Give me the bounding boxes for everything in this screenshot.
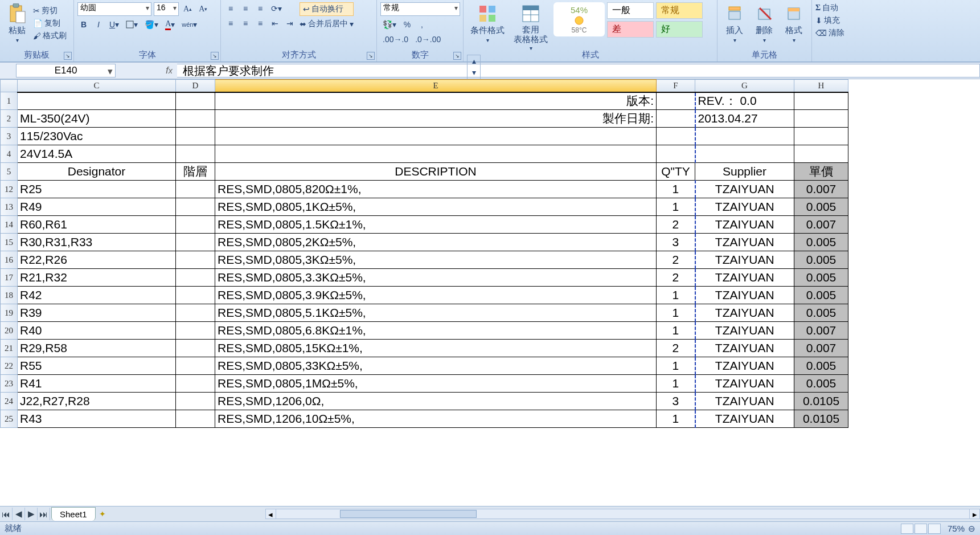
cell-E5[interactable]: DESCRIPTION bbox=[215, 163, 657, 181]
col-header-G[interactable]: G bbox=[695, 80, 794, 92]
cell-C16[interactable]: R22,R26 bbox=[18, 251, 176, 269]
cell-H15[interactable]: 0.005 bbox=[794, 234, 848, 251]
cell-C13[interactable]: R49 bbox=[18, 198, 176, 216]
style-good[interactable]: 好 bbox=[656, 21, 703, 38]
cell-H17[interactable]: 0.005 bbox=[794, 269, 848, 287]
cell-G2[interactable]: 2013.04.27 bbox=[695, 110, 794, 128]
cell-C19[interactable]: R39 bbox=[18, 304, 176, 322]
cell-G23[interactable]: TZAIYUAN bbox=[695, 375, 794, 393]
autosum-button[interactable]: Σ自动 bbox=[815, 2, 977, 14]
scroll-left-button[interactable]: ◂ bbox=[266, 509, 276, 518]
col-header-E[interactable]: E bbox=[215, 80, 657, 92]
cell-E21[interactable]: RES,SMD,0805,15KΩ±1%, bbox=[215, 340, 657, 357]
tab-nav-prev[interactable]: ◀ bbox=[13, 508, 25, 520]
style-neutral[interactable]: 常规 bbox=[656, 2, 703, 19]
row-header-13[interactable]: 13 bbox=[1, 198, 18, 216]
cell-C14[interactable]: R60,R61 bbox=[18, 216, 176, 234]
cell-C17[interactable]: R21,R32 bbox=[18, 269, 176, 287]
cell-E22[interactable]: RES,SMD,0805,33KΩ±5%, bbox=[215, 357, 657, 375]
cell-F12[interactable]: 1 bbox=[657, 181, 695, 198]
align-launcher[interactable]: ↘ bbox=[367, 52, 375, 60]
align-bottom-button[interactable]: ≡ bbox=[254, 2, 266, 15]
scroll-thumb[interactable] bbox=[340, 510, 477, 518]
cell-F3[interactable] bbox=[657, 128, 695, 145]
cell-E20[interactable]: RES,SMD,0805,6.8KΩ±1%, bbox=[215, 322, 657, 340]
cell-H1[interactable] bbox=[794, 92, 848, 110]
align-middle-button[interactable]: ≡ bbox=[239, 2, 252, 15]
cell-H16[interactable]: 0.005 bbox=[794, 251, 848, 269]
scroll-right-button[interactable]: ▸ bbox=[969, 509, 979, 518]
cell-F21[interactable]: 2 bbox=[657, 340, 695, 357]
cell-D16[interactable] bbox=[176, 251, 215, 269]
style-bad[interactable]: 差 bbox=[607, 21, 654, 38]
cell-F19[interactable]: 1 bbox=[657, 304, 695, 322]
accounting-button[interactable]: 💱▾ bbox=[380, 18, 399, 31]
font-launcher[interactable]: ↘ bbox=[211, 52, 219, 60]
number-launcher[interactable]: ↘ bbox=[453, 52, 461, 60]
cell-E19[interactable]: RES,SMD,0805,5.1KΩ±5%, bbox=[215, 304, 657, 322]
cell-G16[interactable]: TZAIYUAN bbox=[695, 251, 794, 269]
comma-button[interactable]: , bbox=[416, 18, 428, 31]
view-pagebreak-button[interactable] bbox=[928, 524, 941, 534]
col-header-corner[interactable] bbox=[1, 80, 18, 92]
cell-C18[interactable]: R42 bbox=[18, 287, 176, 304]
cell-D19[interactable] bbox=[176, 304, 215, 322]
percent-button[interactable]: % bbox=[401, 18, 413, 31]
cell-D24[interactable] bbox=[176, 393, 215, 410]
cell-G3[interactable] bbox=[695, 128, 794, 145]
tab-sheet1[interactable]: Sheet1 bbox=[51, 507, 96, 521]
paste-button[interactable]: 粘贴 ▾ bbox=[3, 2, 31, 44]
cell-E13[interactable]: RES,SMD,0805,1KΩ±5%, bbox=[215, 198, 657, 216]
row-header-15[interactable]: 15 bbox=[1, 234, 18, 251]
cell-E24[interactable]: RES,SMD,1206,0Ω, bbox=[215, 393, 657, 410]
cell-G17[interactable]: TZAIYUAN bbox=[695, 269, 794, 287]
style-scroll-down[interactable]: ▾ bbox=[468, 67, 480, 78]
format-cells-button[interactable]: 格式▾ bbox=[780, 2, 807, 44]
cell-D5[interactable]: 階層 bbox=[176, 163, 215, 181]
conditional-format-button[interactable]: 条件格式▾ bbox=[467, 2, 508, 44]
cell-G24[interactable]: TZAIYUAN bbox=[695, 393, 794, 410]
fill-button[interactable]: ⬇填充 bbox=[815, 15, 977, 26]
wrap-text-button[interactable]: ↩自动换行 bbox=[300, 2, 354, 16]
cell-G14[interactable]: TZAIYUAN bbox=[695, 216, 794, 234]
cell-F2[interactable] bbox=[657, 110, 695, 128]
cell-G4[interactable] bbox=[695, 145, 794, 163]
cell-H18[interactable]: 0.005 bbox=[794, 287, 848, 304]
cell-F16[interactable]: 2 bbox=[657, 251, 695, 269]
cell-C24[interactable]: J22,R27,R28 bbox=[18, 393, 176, 410]
cell-E23[interactable]: RES,SMD,0805,1MΩ±5%, bbox=[215, 375, 657, 393]
cell-H24[interactable]: 0.0105 bbox=[794, 393, 848, 410]
cell-D17[interactable] bbox=[176, 269, 215, 287]
cell-E4[interactable] bbox=[215, 145, 657, 163]
cell-F15[interactable]: 3 bbox=[657, 234, 695, 251]
col-header-H[interactable]: H bbox=[794, 80, 848, 92]
cell-D1[interactable] bbox=[176, 92, 215, 110]
cell-H13[interactable]: 0.005 bbox=[794, 198, 848, 216]
cell-E15[interactable]: RES,SMD,0805,2KΩ±5%, bbox=[215, 234, 657, 251]
cell-D20[interactable] bbox=[176, 322, 215, 340]
cell-D25[interactable] bbox=[176, 410, 215, 428]
merge-center-button[interactable]: ⬌合并后居中▾ bbox=[300, 18, 354, 30]
cell-C4[interactable]: 24V14.5A bbox=[18, 145, 176, 163]
row-header-3[interactable]: 3 bbox=[1, 128, 18, 145]
row-header-20[interactable]: 20 bbox=[1, 322, 18, 340]
cell-C25[interactable]: R43 bbox=[18, 410, 176, 428]
cell-G12[interactable]: TZAIYUAN bbox=[695, 181, 794, 198]
cell-G22[interactable]: TZAIYUAN bbox=[695, 357, 794, 375]
table-format-button[interactable]: 套用 表格格式▾ bbox=[510, 2, 551, 52]
cell-F24[interactable]: 3 bbox=[657, 393, 695, 410]
clipboard-launcher[interactable]: ↘ bbox=[64, 52, 72, 60]
align-center-button[interactable]: ≡ bbox=[239, 17, 252, 30]
row-header-2[interactable]: 2 bbox=[1, 110, 18, 128]
cell-D2[interactable] bbox=[176, 110, 215, 128]
cell-C2[interactable]: ML-350(24V) bbox=[18, 110, 176, 128]
row-header-18[interactable]: 18 bbox=[1, 287, 18, 304]
cell-F4[interactable] bbox=[657, 145, 695, 163]
zoom-out-button[interactable]: ⊖ bbox=[968, 524, 975, 534]
border-button[interactable]: ▾ bbox=[124, 18, 140, 31]
cell-G19[interactable]: TZAIYUAN bbox=[695, 304, 794, 322]
increase-decimal-button[interactable]: .00→.0 bbox=[380, 33, 411, 46]
style-normal[interactable]: 一般 bbox=[607, 2, 654, 19]
decrease-decimal-button[interactable]: .0→.00 bbox=[413, 33, 443, 46]
cell-D22[interactable] bbox=[176, 357, 215, 375]
